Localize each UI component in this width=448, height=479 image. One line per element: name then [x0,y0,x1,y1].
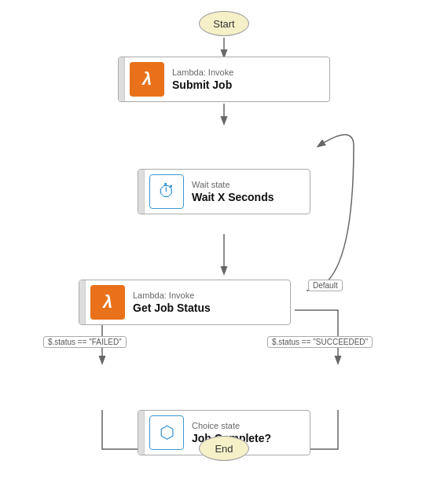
submit-job-title: Submit Job [172,79,323,91]
lambda-icon-2: λ [90,285,125,320]
wait-state-title: Wait X Seconds [192,191,303,203]
submit-job-node: λ Lambda: Invoke Submit Job [118,57,330,102]
wait-state-node: ⏱ Wait state Wait X Seconds [138,169,310,214]
end-node: End [199,436,249,461]
get-job-type: Lambda: Invoke [133,291,284,300]
choice-type: Choice state [192,421,303,430]
left-bar [138,170,145,214]
get-job-title: Get Job Status [133,302,284,314]
succeeded-condition-label: $.status == "SUCCEEDED" [267,336,373,348]
failed-condition-label: $.status == "FAILED" [43,336,127,348]
left-bar [79,280,86,324]
start-label: Start [213,18,234,30]
submit-job-type: Lambda: Invoke [172,68,323,77]
end-label: End [215,443,233,455]
wait-state-type: Wait state [192,180,303,189]
clock-icon: ⏱ [149,174,184,209]
get-job-status-node: λ Lambda: Invoke Get Job Status [79,280,291,325]
choice-icon: ⬡ [149,415,184,450]
lambda-icon: λ [130,62,164,97]
state-machine-diagram: Start λ Lambda: Invoke Submit Job ⏱ Wait… [0,0,448,479]
default-label: Default [308,280,343,291]
left-bar [138,411,145,455]
left-bar [119,57,125,101]
start-node: Start [199,11,249,36]
